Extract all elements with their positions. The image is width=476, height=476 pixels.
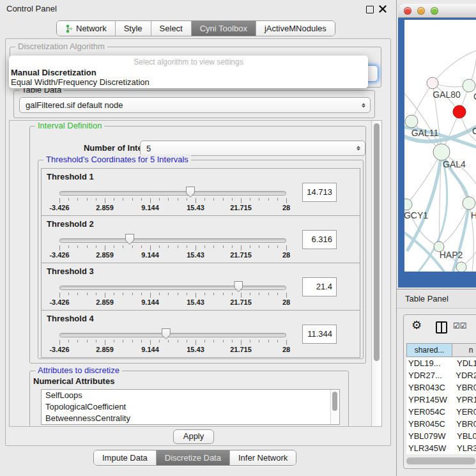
network-node[interactable] [453, 105, 466, 118]
network-node[interactable] [404, 199, 412, 210]
tick-label: 15.43 [187, 346, 204, 353]
numerical-attributes-list[interactable]: SelfLoopsTopologicalCoefficientBetweenne… [41, 389, 340, 425]
scrollbar-thumb[interactable] [374, 123, 380, 361]
attribute-item[interactable]: TopologicalCoefficient [42, 401, 339, 413]
network-canvas[interactable]: GAL80GACGAL11GAL4GCY1HHAP2 [404, 20, 476, 272]
network-node[interactable] [433, 144, 450, 160]
table-row[interactable]: YDL19...YDL1 [406, 357, 476, 369]
select-columns-icon[interactable]: ☑☑ [453, 321, 467, 330]
slider-thumb[interactable] [162, 328, 171, 339]
number-of-intervals-combobox[interactable]: 5 [140, 141, 365, 156]
threshold-label: Threshold 4 [47, 314, 94, 323]
horizontal-scrollbar[interactable] [406, 457, 475, 464]
network-node[interactable] [463, 197, 475, 210]
tick-label: 21.715 [230, 346, 252, 353]
tab-infer-network[interactable]: Infer Network [230, 450, 296, 465]
slider-track[interactable] [59, 238, 286, 243]
attribute-item[interactable]: SelfLoops [42, 390, 339, 401]
table-row[interactable]: YPR145WYPR1 [406, 394, 476, 406]
table-row[interactable]: YDR27...YDR2 [406, 369, 476, 381]
slider-thumb[interactable] [186, 187, 195, 197]
threshold-value-field[interactable]: 14.713 [302, 183, 337, 202]
tab-discretize-data[interactable]: Discretize Data [157, 450, 230, 465]
tab-impute-data[interactable]: Impute Data [94, 450, 157, 465]
tab-select[interactable]: Select [151, 21, 192, 36]
tick-label: -3.426 [49, 346, 69, 353]
table-rows: YDL19...YDL1YDR27...YDR2YBR043CYBR0YPR14… [406, 357, 476, 454]
tab-label: Infer Network [238, 453, 288, 463]
network-view-window: GAL80GACGAL11GAL4GCY1HHAP2 [398, 4, 476, 288]
tick-label: 9.144 [141, 298, 159, 306]
tab-label: Impute Data [102, 453, 148, 463]
tick-label: 21.715 [230, 298, 252, 306]
threshold-label: Threshold 3 [47, 266, 94, 276]
table-data-combobox[interactable]: galFiltered.sif default node [19, 97, 371, 113]
split-columns-icon[interactable] [436, 321, 447, 334]
network-node[interactable] [463, 79, 475, 92]
tab-network[interactable]: Network [57, 21, 116, 36]
scrollbar-thumb[interactable] [332, 392, 337, 411]
algorithm-dropdown-popup: Select algorithm to view settings Manual… [9, 56, 368, 88]
table-row[interactable]: YBR043CYBR0 [406, 381, 476, 394]
slider-track[interactable] [59, 286, 286, 290]
slider-thumb[interactable] [234, 281, 243, 292]
table-row[interactable]: YBL079WYBL0 [406, 430, 476, 442]
apply-button[interactable]: Apply [173, 429, 214, 444]
cell-shared-name: YPR145W [406, 395, 452, 404]
slider-track[interactable] [59, 333, 286, 337]
slider-thumb[interactable] [125, 234, 134, 245]
tick-label: 15.43 [187, 251, 204, 259]
cell-shared-name: YDR27... [406, 371, 451, 380]
table-row[interactable]: YLR345WYLR3 [406, 442, 476, 454]
vertical-scrollbar[interactable] [371, 121, 381, 426]
dropdown-item-equal-width-frequency[interactable]: Equal Width/Frequency Discretization [11, 77, 150, 87]
cell-name: YBL0 [452, 431, 476, 441]
network-icon [65, 24, 73, 33]
slider-ticks [59, 293, 286, 298]
numerical-attributes-label: Numerical Attributes [33, 376, 114, 386]
threshold-value-field[interactable]: 21.4 [302, 277, 337, 296]
tick-label: 9.144 [141, 251, 159, 259]
tick-label: 28 [282, 251, 290, 259]
group-label: Interval Definition [35, 121, 104, 130]
tab-jactivemnodules[interactable]: jActiveMNodules [256, 21, 335, 36]
spinner-arrows-icon [362, 103, 365, 107]
node-label: GAL11 [411, 128, 439, 138]
network-node[interactable] [405, 115, 418, 128]
network-node[interactable] [427, 77, 438, 89]
tab-style[interactable]: Style [116, 21, 151, 36]
threshold-label: Threshold 1 [47, 172, 94, 181]
bottom-tab-bar: Impute DataDiscretize DataInfer Network [93, 450, 296, 466]
threshold-panel-3: Threshold 3-3.4262.8599.14415.4321.71528… [41, 263, 360, 311]
table-row[interactable]: YER054CYER0 [406, 406, 476, 418]
table-panel: ⚙ ☑☑ shared... n YDL19...YDL1YDR27...YDR… [403, 314, 476, 469]
scrollbar-thumb[interactable] [406, 457, 475, 464]
attribute-item[interactable]: BetweennessCentrality [42, 413, 339, 424]
minimize-traffic-light-icon[interactable] [417, 7, 425, 15]
tab-label: Select [160, 24, 183, 33]
tick-label: 2.859 [96, 251, 114, 259]
tab-cyni-toolbox[interactable]: Cyni Toolbox [192, 21, 256, 36]
close-traffic-light-icon[interactable] [404, 7, 411, 15]
network-node[interactable] [456, 262, 466, 272]
node-label: GAL4 [443, 159, 466, 169]
network-window-titlebar [398, 4, 476, 18]
tab-label: jActiveMNodules [265, 24, 326, 33]
zoom-traffic-light-icon[interactable] [431, 7, 438, 15]
tick-label: 2.859 [96, 298, 114, 306]
node-label: HAP2 [440, 250, 463, 260]
column-header-name[interactable]: n [452, 343, 476, 357]
threshold-coordinates-group: Threshold's Coordinates for 5 Intervals … [38, 160, 364, 359]
close-icon[interactable] [379, 5, 387, 13]
threshold-value-field[interactable]: 11.344 [302, 325, 337, 344]
threshold-value-field[interactable]: 6.316 [302, 230, 337, 249]
cell-shared-name: YBR045C [406, 419, 452, 429]
column-header-shared-name[interactable]: shared... [406, 343, 452, 357]
slider-track[interactable] [59, 191, 286, 196]
gear-icon[interactable]: ⚙ [411, 318, 422, 332]
dropdown-item-manual-discretization[interactable]: Manual Discretization [11, 68, 96, 77]
cell-name: YBR0 [452, 383, 476, 392]
table-row[interactable]: YBR045CYBR0 [406, 418, 476, 430]
float-window-icon[interactable] [366, 6, 374, 13]
attributes-scrollbar[interactable] [330, 390, 339, 424]
